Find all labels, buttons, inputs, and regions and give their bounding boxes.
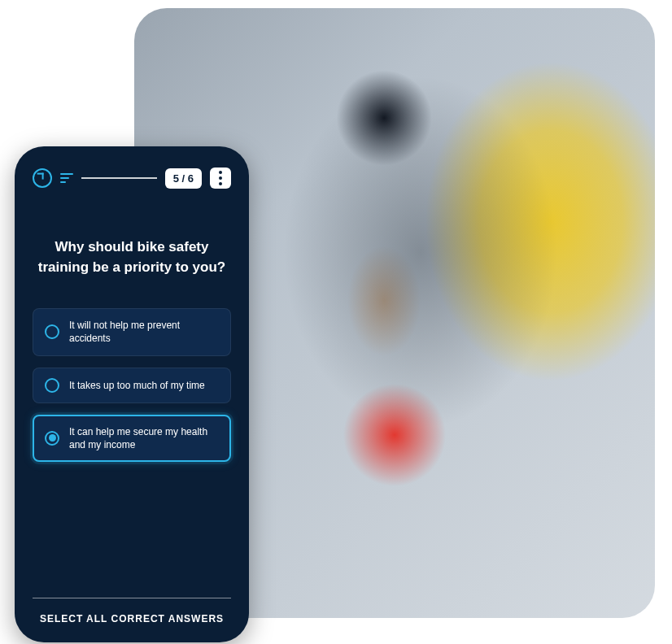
quiz-header: 5 / 6 [33,168,231,189]
quiz-footer: SELECT ALL CORRECT ANSWERS [33,598,231,624]
progress-counter: 5 / 6 [165,168,202,189]
radio-icon [45,378,59,393]
option-label: It takes up too much of my time [69,379,205,392]
option-1[interactable]: It will not help me prevent accidents [33,308,231,355]
more-menu-button[interactable] [210,168,231,189]
progress-track [81,177,157,179]
radio-icon [45,324,59,339]
question-text: Why should bike safety training be a pri… [33,237,231,277]
option-2[interactable]: It takes up too much of my time [33,368,231,403]
option-3[interactable]: It can help me secure my health and my i… [33,415,231,462]
option-label: It will not help me prevent accidents [69,319,219,345]
radio-icon [45,431,59,446]
option-label: It can help me secure my health and my i… [69,425,219,451]
phone-mockup: 5 / 6 Why should bike safety training be… [15,146,249,642]
sort-lines-icon [60,173,73,183]
divider [33,598,231,598]
footer-instruction: SELECT ALL CORRECT ANSWERS [33,613,231,624]
clock-icon [33,168,52,188]
options-list: It will not help me prevent accidents It… [33,308,231,462]
